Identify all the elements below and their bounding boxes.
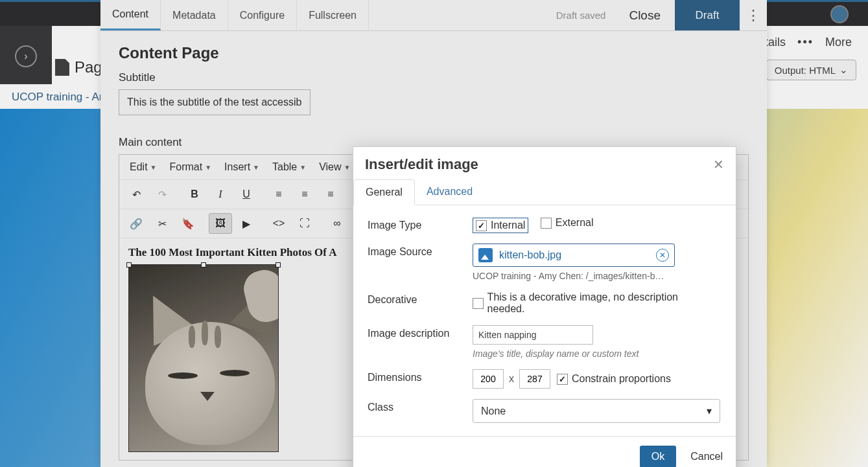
empty-check-icon bbox=[541, 218, 552, 229]
bold-icon[interactable]: B bbox=[183, 184, 206, 205]
modal-close-icon[interactable]: ✕ bbox=[713, 157, 724, 172]
code-icon[interactable]: <> bbox=[267, 213, 290, 234]
menu-format[interactable]: Format▼ bbox=[164, 159, 217, 176]
align-center-icon[interactable]: ≡ bbox=[293, 184, 316, 205]
image-icon[interactable]: 🖼 bbox=[209, 213, 232, 234]
label-decorative: Decorative bbox=[368, 291, 473, 306]
close-button[interactable]: Close bbox=[615, 8, 675, 23]
panel-tabs: Content Metadata Configure Fullscreen Dr… bbox=[100, 0, 767, 31]
redo-icon[interactable]: ↷ bbox=[150, 184, 174, 205]
align-left-icon[interactable]: ≡ bbox=[267, 184, 290, 205]
infinity-icon[interactable]: ∞ bbox=[325, 213, 349, 234]
kebab-menu-icon[interactable]: ⋮ bbox=[740, 0, 767, 30]
image-description-help: Image's title, display name or custom te… bbox=[473, 348, 721, 359]
label-dimensions: Dimensions bbox=[368, 369, 473, 383]
cancel-button[interactable]: Cancel bbox=[690, 451, 723, 462]
label-image-description: Image description bbox=[368, 325, 473, 339]
menu-view[interactable]: View▼ bbox=[314, 159, 355, 176]
insert-image-modal: Insert/edit image ✕ General Advanced Ima… bbox=[353, 146, 736, 467]
modal-tab-general[interactable]: General bbox=[353, 179, 415, 205]
tab-fullscreen[interactable]: Fullscreen bbox=[297, 0, 369, 30]
italic-icon[interactable]: I bbox=[209, 184, 232, 205]
label-image-source: Image Source bbox=[368, 244, 473, 258]
class-select[interactable]: None ▾ bbox=[473, 399, 720, 423]
empty-check-icon bbox=[473, 298, 484, 309]
page-title: Content Page bbox=[119, 44, 749, 62]
page-heading: Pag bbox=[75, 58, 102, 76]
expand-sidebar-icon[interactable]: › bbox=[15, 45, 37, 67]
more-link[interactable]: More bbox=[825, 36, 852, 49]
modal-tabs: General Advanced bbox=[353, 179, 736, 205]
chevron-down-icon: ▾ bbox=[707, 405, 712, 417]
checkbox-decorative[interactable]: This is a decorative image, no descripti… bbox=[473, 291, 712, 315]
chevron-down-icon: ⌄ bbox=[839, 64, 848, 76]
height-input[interactable] bbox=[519, 369, 550, 389]
check-icon bbox=[476, 220, 487, 231]
selected-image[interactable] bbox=[128, 264, 279, 452]
image-preview bbox=[129, 265, 278, 451]
checkbox-internal[interactable]: Internal bbox=[473, 218, 528, 233]
draft-button[interactable]: Draft bbox=[675, 0, 740, 30]
image-description-input[interactable] bbox=[473, 325, 593, 345]
tab-configure[interactable]: Configure bbox=[228, 0, 297, 30]
details-link[interactable]: tails bbox=[765, 36, 786, 49]
undo-icon[interactable]: ↶ bbox=[124, 184, 148, 205]
image-source-path: UCOP training - Amy Chen: /_images/kitte… bbox=[473, 271, 721, 281]
underline-icon[interactable]: U bbox=[235, 184, 258, 205]
modal-tab-advanced[interactable]: Advanced bbox=[415, 179, 484, 205]
video-icon[interactable]: ▶ bbox=[235, 213, 258, 234]
resize-handle-ne[interactable] bbox=[276, 262, 281, 268]
class-select-value: None bbox=[481, 405, 506, 417]
clear-source-icon[interactable]: ✕ bbox=[656, 249, 669, 262]
output-select-label: Output: HTML bbox=[775, 65, 836, 76]
align-right-icon[interactable]: ≡ bbox=[319, 184, 342, 205]
menu-insert[interactable]: Insert▼ bbox=[219, 159, 264, 176]
output-select[interactable]: Output: HTML ⌄ bbox=[766, 60, 856, 80]
image-source-filename: kitten-bob.jpg bbox=[499, 249, 650, 261]
link-icon[interactable]: 🔗 bbox=[124, 213, 148, 234]
resize-handle-nw[interactable] bbox=[126, 262, 132, 268]
unlink-icon[interactable]: ✂ bbox=[150, 213, 174, 234]
subtitle-label: Subtitle bbox=[119, 71, 749, 84]
tab-metadata[interactable]: Metadata bbox=[161, 0, 228, 30]
modal-title: Insert/edit image bbox=[365, 156, 478, 173]
check-icon bbox=[557, 374, 568, 385]
document-icon bbox=[55, 59, 69, 76]
subtitle-input[interactable] bbox=[119, 89, 311, 115]
ok-button[interactable]: Ok bbox=[640, 446, 676, 467]
header-right-group: tails ••• More bbox=[765, 36, 852, 49]
label-image-type: Image Type bbox=[368, 217, 473, 231]
tab-content[interactable]: Content bbox=[100, 0, 161, 30]
fullscreen-icon[interactable]: ⛶ bbox=[293, 213, 316, 234]
image-file-icon bbox=[478, 248, 493, 262]
sidebar-dark: › bbox=[0, 26, 52, 84]
image-source-chooser[interactable]: kitten-bob.jpg ✕ bbox=[473, 244, 675, 267]
draft-saved-status: Draft saved bbox=[556, 10, 606, 21]
menu-edit[interactable]: Edit▼ bbox=[124, 159, 161, 176]
resize-handle-n[interactable] bbox=[201, 262, 206, 268]
menu-table[interactable]: Table▼ bbox=[267, 159, 311, 176]
checkbox-external[interactable]: External bbox=[541, 217, 594, 229]
more-dots-icon: ••• bbox=[797, 36, 814, 49]
checkbox-constrain[interactable]: Constrain proportions bbox=[557, 373, 671, 385]
breadcrumb[interactable]: UCOP training - Am bbox=[12, 91, 108, 104]
width-input[interactable] bbox=[473, 369, 504, 389]
label-class: Class bbox=[368, 399, 473, 413]
page-heading-row: Pag bbox=[55, 58, 102, 76]
dimensions-x-separator: x bbox=[504, 373, 519, 385]
bookmark-icon[interactable]: 🔖 bbox=[176, 213, 200, 234]
user-avatar[interactable] bbox=[830, 5, 849, 23]
